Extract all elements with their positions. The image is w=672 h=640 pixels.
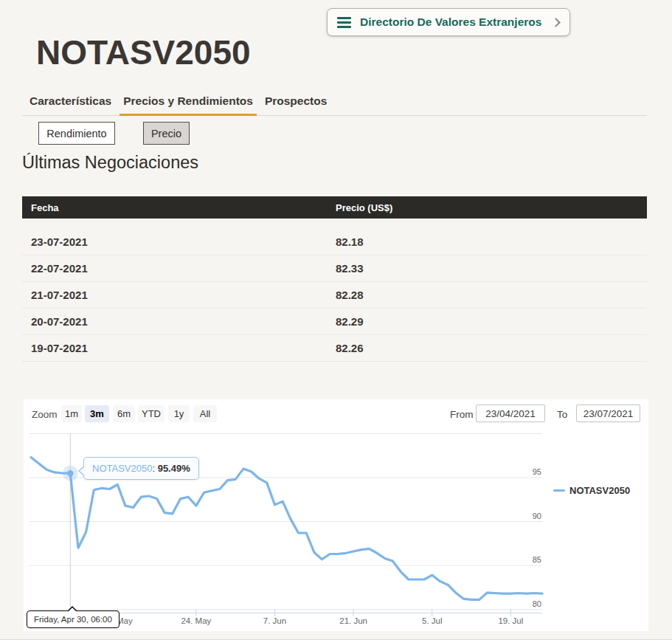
x-axis-label: 24. May: [173, 616, 220, 625]
tab-prospectos[interactable]: Prospectos: [261, 89, 330, 115]
table-row: 21-07-2021 82.28: [22, 282, 647, 309]
zoom-button-all[interactable]: All: [193, 405, 217, 422]
rendimiento-button[interactable]: Rendimiento: [38, 122, 115, 145]
cell-precio: 82.29: [336, 315, 364, 328]
to-label: To: [557, 409, 567, 420]
column-header-fecha: Fecha: [22, 202, 59, 213]
tooltip-series-name: NOTASV2050: [92, 463, 152, 474]
tab-precios-y-rendimientos[interactable]: Precios y Rendimientos: [119, 89, 257, 115]
y-axis-label: 90: [482, 512, 541, 520]
to-date-input[interactable]: [576, 405, 640, 422]
price-chart: Zoom 1m 3m 6m YTD 1y All From To NOTASV2…: [24, 399, 648, 631]
tab-caracteristicas[interactable]: Características: [26, 89, 115, 115]
legend-line-swatch: [553, 489, 565, 492]
legend-label: NOTASV2050: [569, 485, 630, 496]
negotiations-table: Fecha Precio (US$) 23-07-2021 82.18 22-0…: [22, 196, 647, 362]
table-row: 20-07-2021 82.29: [22, 309, 647, 335]
zoom-button-1y[interactable]: 1y: [168, 405, 190, 422]
table-row: 22-07-2021 82.33: [22, 255, 647, 282]
axis-date-tooltip: Friday, Apr 30, 06:00: [27, 610, 119, 628]
cell-fecha: 23-07-2021: [22, 235, 88, 248]
tooltip-value: 95.49%: [158, 463, 190, 474]
y-axis-label: 95: [482, 467, 541, 476]
cell-fecha: 19-07-2021: [22, 342, 88, 354]
table-row: 19-07-2021 82.26: [22, 335, 647, 362]
cell-fecha: 20-07-2021: [22, 315, 88, 328]
chevron-right-icon: [552, 18, 561, 27]
table-body: 23-07-2021 82.18 22-07-2021 82.33 21-07-…: [22, 219, 647, 362]
series-tooltip: NOTASV2050: 95.49%: [83, 457, 199, 480]
zoom-label: Zoom: [32, 409, 58, 420]
cell-precio: 82.33: [336, 262, 364, 275]
x-axis-label: 7. Jun: [252, 616, 299, 625]
section-title: Últimas Negociaciones: [22, 153, 198, 173]
zoom-button-1m[interactable]: 1m: [61, 405, 82, 422]
zoom-button-6m[interactable]: 6m: [113, 405, 135, 422]
hamburger-icon: [337, 17, 351, 28]
range-selector: Zoom 1m 3m 6m YTD 1y All From To: [24, 399, 648, 429]
x-axis-label: 19. Jul: [487, 616, 534, 625]
from-label: From: [450, 409, 474, 420]
cell-precio: 82.26: [336, 342, 364, 354]
zoom-button-ytd[interactable]: YTD: [138, 405, 164, 422]
x-axis-label: 5. Jul: [409, 616, 456, 625]
page: Directorio De Valores Extranjeros NOTASV…: [0, 0, 672, 640]
precio-button[interactable]: Precio: [143, 122, 190, 145]
cell-fecha: 21-07-2021: [22, 289, 88, 301]
cell-fecha: 22-07-2021: [22, 262, 88, 275]
column-header-precio: Precio (US$): [336, 202, 392, 213]
legend[interactable]: NOTASV2050: [553, 485, 630, 496]
cell-precio: 82.18: [336, 235, 364, 248]
foreign-securities-directory-button[interactable]: Directorio De Valores Extranjeros: [327, 8, 570, 36]
tab-bar: Características Precios y Rendimientos P…: [22, 89, 647, 116]
x-axis-label: 21. Jun: [330, 616, 377, 625]
y-axis-label: 85: [482, 555, 541, 564]
from-date-input[interactable]: [476, 405, 545, 422]
directory-button-label: Directorio De Valores Extranjeros: [360, 16, 541, 29]
cell-precio: 82.28: [336, 289, 364, 301]
zoom-button-3m[interactable]: 3m: [85, 405, 109, 422]
page-title: NOTASV2050: [36, 32, 251, 72]
table-header: Fecha Precio (US$): [22, 196, 647, 219]
chart-plot-area: [24, 399, 648, 631]
y-axis-label: 80: [482, 599, 541, 608]
active-point-marker[interactable]: [67, 470, 73, 476]
table-row: 23-07-2021 82.18: [22, 229, 647, 255]
